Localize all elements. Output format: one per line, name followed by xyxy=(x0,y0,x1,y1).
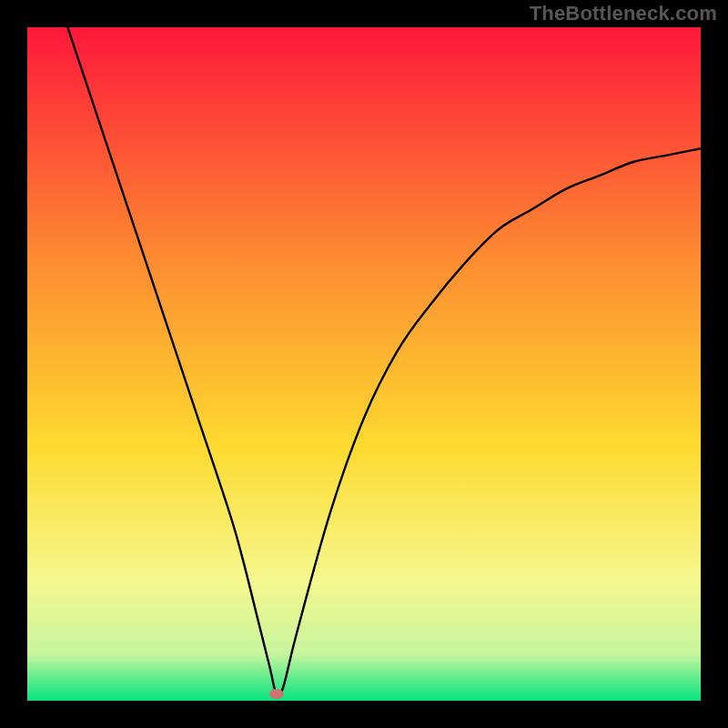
chart-frame: TheBottleneck.com xyxy=(0,0,728,728)
gradient-background xyxy=(27,27,701,701)
plot-area xyxy=(27,27,701,701)
chart-svg xyxy=(27,27,701,701)
watermark-label: TheBottleneck.com xyxy=(530,2,717,25)
min-marker xyxy=(269,689,284,699)
